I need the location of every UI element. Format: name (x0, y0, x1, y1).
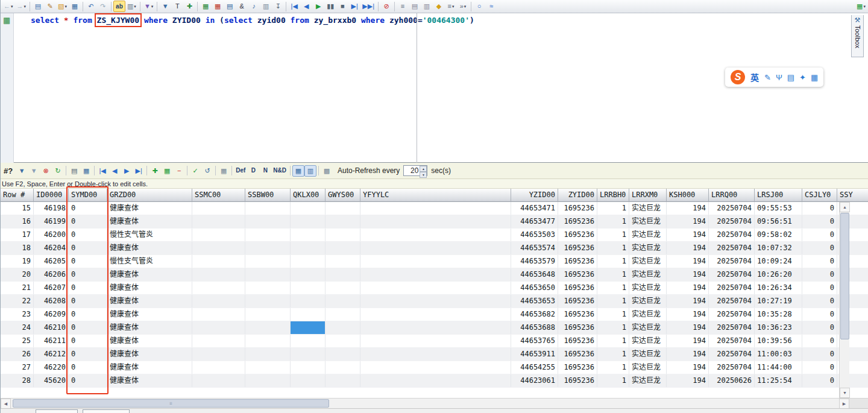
grid-cell[interactable]: 0 (69, 282, 107, 294)
grid-cell[interactable] (245, 295, 291, 307)
grid-cell[interactable]: 46199 (34, 215, 69, 228)
grid-cell[interactable]: 0 (69, 374, 107, 387)
toolbox-panel-tab[interactable]: ⚒ Toolbox (851, 15, 864, 57)
grid-cell[interactable]: 194 (667, 308, 709, 321)
mic-icon[interactable]: Ψ (776, 73, 782, 82)
grid-cell[interactable]: 24 (1, 321, 34, 334)
grid-cell[interactable]: 20250704 (709, 268, 755, 281)
grid-cell[interactable]: 1695236 (558, 348, 597, 361)
grid-cell[interactable]: 44653911 (511, 348, 558, 361)
grid-cell[interactable] (291, 202, 326, 215)
grid-cell[interactable] (245, 282, 291, 294)
grid-cell[interactable]: 0 (69, 229, 107, 241)
scroll-right-icon[interactable]: ▶ (839, 399, 849, 409)
grid-cell[interactable]: 44653579 (511, 255, 558, 268)
grid-cell[interactable]: 194 (667, 374, 709, 387)
scroll-up-icon[interactable]: ▲ (840, 202, 850, 212)
grid-cell[interactable] (291, 242, 326, 254)
export-grid-icon[interactable]: ▦ (200, 1, 212, 12)
grid-cell[interactable] (360, 321, 511, 334)
grid-cell[interactable] (326, 348, 360, 361)
grid-cell[interactable]: 1 (597, 374, 629, 387)
grid-cell[interactable]: 健康查体 (107, 295, 192, 307)
paste-icon[interactable]: ▥ (421, 1, 433, 12)
menu-list-icon[interactable]: ≡▾ (445, 1, 457, 12)
grid-cell[interactable] (245, 308, 291, 321)
chevron-more-icon[interactable]: »▾ (457, 1, 469, 12)
grid-cell[interactable]: 0 (802, 335, 837, 347)
grid-cell[interactable]: 1 (597, 361, 629, 374)
edit-sql-icon[interactable]: ✎ (44, 1, 56, 12)
grid-cell[interactable]: 44653477 (511, 215, 558, 228)
grid-cell[interactable] (192, 374, 245, 387)
grid-cell[interactable] (192, 229, 245, 241)
grid-cell[interactable]: 194 (667, 361, 709, 374)
grid-cell[interactable]: 实达巨龙 (629, 308, 667, 321)
grid-cell[interactable]: 1695236 (558, 229, 597, 241)
form-view-icon[interactable]: ▥ (304, 165, 316, 177)
grid-cell[interactable] (245, 215, 291, 228)
horizontal-scrollbar[interactable]: ◀ ≡ ▶ (1, 398, 868, 408)
grid-cell[interactable]: 实达巨龙 (629, 255, 667, 268)
column-header-symd00[interactable]: SYMD00 (69, 189, 107, 202)
column-header-csjly0[interactable]: CSJLY0 (802, 189, 837, 202)
grid-cell[interactable]: 0 (802, 268, 837, 281)
grid-cell[interactable]: 实达巨龙 (629, 242, 667, 254)
grid-cell[interactable]: 1695236 (558, 242, 597, 254)
column-header-ksh000[interactable]: KSH000 (667, 189, 709, 202)
auto-refresh-value[interactable]: 20 (404, 166, 420, 175)
grid-cell[interactable]: 20250704 (709, 242, 755, 254)
grid-cell[interactable]: 20250704 (709, 202, 755, 215)
grid-cell[interactable]: 1 (597, 282, 629, 294)
grid-cell[interactable]: 44653650 (511, 282, 558, 294)
key-icon[interactable]: ◆ (433, 1, 445, 12)
run-icon[interactable]: ▶ (312, 1, 324, 12)
grid-cell[interactable]: 1695236 (558, 321, 597, 334)
grid-cell[interactable]: 45620 (34, 374, 69, 387)
grid-cell[interactable]: 1 (597, 348, 629, 361)
grid-cell[interactable]: 46209 (34, 308, 69, 321)
column-header-ssbw00[interactable]: SSBW00 (245, 189, 291, 202)
grid-cell[interactable]: 23 (1, 308, 34, 321)
grid-cell[interactable] (192, 282, 245, 294)
ime-language-indicator[interactable]: 英 (750, 71, 759, 83)
nav-back-icon[interactable]: ←▾ (2, 1, 15, 12)
grid-cell[interactable]: 21 (1, 282, 34, 294)
sogou-logo-icon[interactable]: S (731, 70, 745, 84)
grid-cell[interactable]: 46206 (34, 268, 69, 281)
grid-cell[interactable] (326, 268, 360, 281)
cancel-query-icon[interactable]: ⊗ (40, 165, 52, 177)
grid-cell[interactable]: 1695236 (558, 215, 597, 228)
column-header-grzd00[interactable]: GRZD00 (107, 189, 192, 202)
grid-cell[interactable]: 09:56:51 (755, 215, 802, 228)
refresh-data-icon[interactable]: ↻ (52, 165, 64, 177)
grid-cell[interactable]: 194 (667, 229, 709, 241)
grid-cell[interactable]: 194 (667, 215, 709, 228)
grid-cell[interactable]: 20250704 (709, 255, 755, 268)
grid-cell[interactable] (326, 335, 360, 347)
grid-cell[interactable]: 46212 (34, 348, 69, 361)
filter-icon[interactable]: ▼▾ (142, 1, 155, 12)
grid-cell[interactable]: 44653503 (511, 229, 558, 241)
grid-cell[interactable]: 11:00:03 (755, 348, 802, 361)
column-header-row[interactable]: Row # (1, 189, 34, 202)
grid-cell[interactable]: 44653648 (511, 268, 558, 281)
record-first-icon[interactable]: |◀ (288, 1, 300, 12)
grid-cell[interactable]: 0 (802, 255, 837, 268)
grid-cell[interactable]: 实达巨龙 (629, 348, 667, 361)
grid-cell[interactable] (245, 255, 291, 268)
grid-cell[interactable] (291, 308, 326, 321)
grid-cell[interactable]: 健康查体 (107, 268, 192, 281)
grid-cell[interactable]: 0 (69, 348, 107, 361)
grid-cell[interactable]: 0 (69, 255, 107, 268)
grid-cell[interactable]: 0 (69, 242, 107, 254)
grid-cell[interactable] (360, 361, 511, 374)
grid-cell[interactable]: 慢性支气管炎 (107, 255, 192, 268)
sort-icon[interactable]: ▼ (159, 1, 171, 12)
grid-cell[interactable] (291, 361, 326, 374)
grid-cell[interactable] (192, 361, 245, 374)
grid-cell[interactable]: 11:25:54 (755, 374, 802, 387)
grid-cell[interactable]: 1695236 (558, 374, 597, 387)
fit-columns-data-icon[interactable]: D (247, 165, 259, 177)
grid-cell[interactable]: 10:26:34 (755, 282, 802, 294)
